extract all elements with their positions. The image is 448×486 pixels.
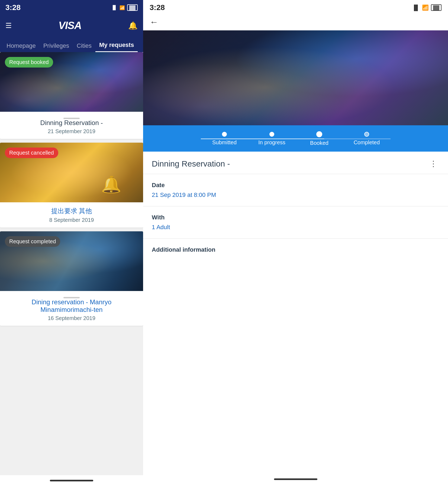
progress-step-submitted: Submitted: [201, 132, 248, 146]
progress-step-booked: Booked: [296, 131, 343, 146]
status-badge-completed: Request completed: [5, 236, 60, 247]
home-indicator-left: [0, 475, 143, 486]
nav-tabs: Homepage Privileges Cities My requests: [0, 37, 143, 52]
with-label: With: [152, 214, 439, 221]
right-battery-icon: ▓▓: [431, 4, 441, 11]
home-indicator-right: [143, 472, 448, 486]
left-panel: 3:28 ▐▌ 📶 ▓▓ ☰ VISA 🔔 Homepage Privilege…: [0, 0, 143, 486]
right-wifi-icon: 📶: [422, 4, 429, 11]
card-date-dining: 21 September 2019: [4, 128, 139, 135]
card-image-dining: Request booked: [0, 52, 143, 112]
left-header: ☰ VISA 🔔: [0, 15, 143, 37]
card-info-manryo: Dining reservation - Manryo Minamimorima…: [0, 291, 143, 326]
step-dot-completed: [364, 132, 369, 137]
tab-homepage[interactable]: Homepage: [3, 40, 40, 52]
tab-my-requests[interactable]: My requests: [95, 39, 138, 52]
detail-section-date: Date 21 Sep 2019 at 8:00 PM: [143, 174, 448, 206]
detail-section-additional: Additional information: [143, 239, 448, 264]
right-panel: 3:28 ▐▌ 📶 ▓▓ ← Submitted In progress: [143, 0, 448, 486]
right-signal-icon: ▐▌: [412, 5, 420, 11]
step-label-inprogress: In progress: [258, 139, 285, 146]
visa-logo: VISA: [59, 20, 82, 31]
request-card-dining[interactable]: Request booked Dinning Reservation - 21 …: [0, 52, 143, 139]
battery-icon: ▓▓: [127, 4, 138, 11]
step-dot-submitted: [222, 132, 227, 137]
step-dot-booked: [316, 131, 322, 137]
request-card-hotel[interactable]: 🔔 Request cancelled 提出要求 其他 8 September …: [0, 143, 143, 228]
card-title-manryo: Dining reservation - Manryo Minamimorima…: [4, 298, 139, 314]
home-bar-left: [50, 480, 93, 481]
card-title-hotel: 提出要求 其他: [4, 207, 139, 215]
progress-bar-container: Submitted In progress Booked Completed: [143, 125, 448, 152]
card-image-manryo: Request completed: [0, 231, 143, 291]
signal-icon: ▐▌: [111, 5, 117, 10]
detail-title: Dinning Reservation -: [152, 159, 230, 168]
card-title-dining: Dinning Reservation -: [4, 119, 139, 127]
date-value: 21 Sep 2019 at 8:00 PM: [152, 191, 439, 199]
tab-privileges[interactable]: Privileges: [40, 40, 73, 52]
more-options-button[interactable]: ⋮: [427, 160, 439, 168]
progress-step-inprogress: In progress: [248, 132, 296, 146]
card-date-hotel: 8 September 2019: [4, 217, 139, 223]
status-badge-cancelled: Request cancelled: [5, 148, 58, 158]
tab-cities[interactable]: Cities: [73, 40, 95, 52]
hamburger-menu-icon[interactable]: ☰: [5, 21, 12, 30]
right-status-bar: 3:28 ▐▌ 📶 ▓▓: [143, 0, 448, 15]
progress-step-completed: Completed: [343, 132, 391, 146]
right-header: ←: [143, 15, 448, 30]
step-dot-inprogress: [269, 132, 274, 137]
detail-title-row: Dinning Reservation - ⋮: [143, 152, 448, 174]
left-status-bar: 3:28 ▐▌ 📶 ▓▓: [0, 0, 143, 15]
card-info-hotel: 提出要求 其他 8 September 2019: [0, 202, 143, 228]
step-label-submitted: Submitted: [212, 139, 237, 146]
step-label-completed: Completed: [354, 139, 380, 146]
requests-list: Request booked Dinning Reservation - 21 …: [0, 52, 143, 475]
request-card-manryo[interactable]: Request completed Dining reservation - M…: [0, 231, 143, 326]
card-image-hotel: 🔔 Request cancelled: [0, 143, 143, 202]
progress-track: Submitted In progress Booked Completed: [201, 131, 391, 146]
hero-image: [143, 30, 448, 125]
left-status-icons: ▐▌ 📶 ▓▓: [111, 4, 138, 11]
card-date-manryo: 16 September 2019: [4, 315, 139, 321]
right-time: 3:28: [150, 3, 165, 12]
date-label: Date: [152, 182, 439, 189]
right-status-icons: ▐▌ 📶 ▓▓: [412, 4, 441, 11]
left-time: 3:28: [5, 3, 21, 12]
with-value: 1 Adult: [152, 224, 439, 231]
bell-icon[interactable]: 🔔: [128, 21, 138, 30]
wifi-icon: 📶: [120, 5, 125, 10]
home-bar-right: [274, 478, 317, 480]
status-badge-booked: Request booked: [5, 57, 53, 68]
detail-section-with: With 1 Adult: [143, 206, 448, 239]
card-info-dining: Dinning Reservation - 21 September 2019: [0, 112, 143, 139]
additional-label: Additional information: [152, 246, 439, 253]
step-label-booked: Booked: [310, 140, 328, 146]
back-button[interactable]: ←: [150, 18, 158, 26]
